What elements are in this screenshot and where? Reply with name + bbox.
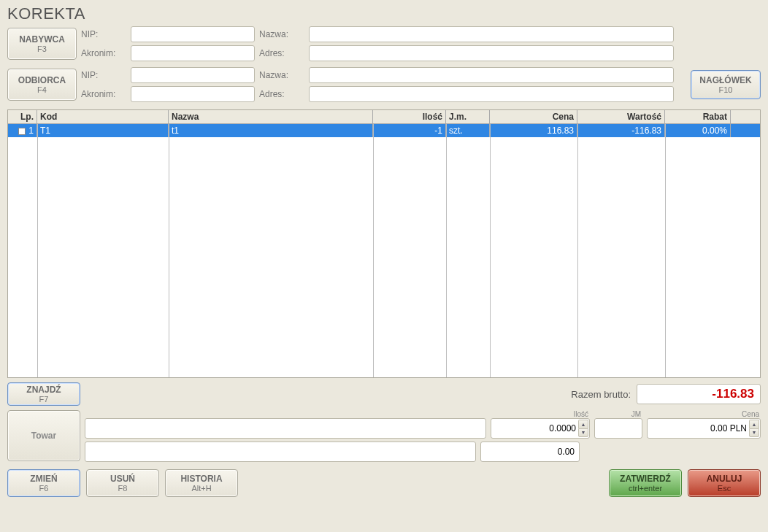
item-cena-input[interactable] <box>648 419 760 438</box>
recipient-button[interactable]: ODBIORCA F4 <box>7 69 77 101</box>
anuluj-sub: Esc <box>718 484 731 493</box>
recipient-button-label: ODBIORCA <box>18 75 66 85</box>
item-jm-input[interactable] <box>594 418 642 439</box>
page-title: KOREKTA <box>0 0 768 25</box>
buyer-nip-input[interactable] <box>131 26 255 42</box>
cell-wartosc: -116.83 <box>577 124 665 137</box>
cell-cena: 116.83 <box>490 124 577 137</box>
total-value: -116.83 <box>637 384 761 404</box>
recipient-nazwa-input[interactable] <box>309 67 674 83</box>
grid-header: Lp. Kod Nazwa Ilość J.m. Cena Wartość Ra… <box>8 110 760 124</box>
item-ilosc-spinner[interactable]: ▲ ▼ <box>491 418 590 439</box>
total-label: Razem brutto: <box>571 389 631 400</box>
buyer-nazwa-label: Nazwa: <box>259 29 304 39</box>
grid-body[interactable]: 1 T1 t1 -1 szt. 116.83 -116.83 0.00% <box>8 124 760 377</box>
anuluj-label: ANULUJ <box>707 474 742 484</box>
item-sum-input[interactable] <box>480 442 580 462</box>
table-row[interactable]: 1 T1 t1 -1 szt. 116.83 -116.83 0.00% <box>8 124 760 137</box>
recipient-nip-input[interactable] <box>131 67 255 83</box>
cell-rabat: 0.00% <box>665 124 731 137</box>
col-jm[interactable]: J.m. <box>446 110 490 123</box>
recipient-adres-input[interactable] <box>309 86 674 102</box>
header-button-sub: F10 <box>719 85 733 94</box>
anuluj-button[interactable]: ANULUJ Esc <box>688 469 761 497</box>
ilosc-label: Ilość <box>491 410 590 418</box>
cell-jm: szt. <box>446 124 490 137</box>
zmien-sub: F6 <box>39 484 49 493</box>
recipient-akronim-input[interactable] <box>131 86 255 102</box>
buyer-akronim-input[interactable] <box>131 45 255 61</box>
buyer-button-label: NABYWCA <box>19 34 65 45</box>
ilosc-up-icon[interactable]: ▲ <box>578 420 588 428</box>
recipient-button-sub: F4 <box>37 85 47 94</box>
recipient-nip-label: NIP: <box>81 70 126 80</box>
col-lp[interactable]: Lp. <box>8 110 37 123</box>
recipient-akronim-label: Akronim: <box>81 89 126 99</box>
header-button-label: NAGŁÓWEK <box>699 75 751 85</box>
usun-button[interactable]: USUŃ F8 <box>86 469 159 497</box>
buyer-button-sub: F3 <box>37 45 47 53</box>
cena-up-icon[interactable]: ▲ <box>749 420 759 428</box>
historia-button[interactable]: HISTORIA Alt+H <box>165 469 238 497</box>
item-cena-spinner[interactable]: ▲ ▼ <box>647 418 761 439</box>
towar-button[interactable]: Towar <box>7 410 80 461</box>
buyer-adres-label: Adres: <box>259 48 304 58</box>
find-button[interactable]: ZNAJDŹ F7 <box>7 382 80 406</box>
cena-down-icon[interactable]: ▼ <box>749 428 759 438</box>
item-kod-input[interactable] <box>85 442 476 462</box>
item-ilosc-input[interactable] <box>491 419 589 438</box>
find-button-label: ZNAJDŹ <box>26 385 61 395</box>
items-grid: Lp. Kod Nazwa Ilość J.m. Cena Wartość Ra… <box>7 109 761 378</box>
buyer-section: NABYWCA F3 NIP: Nazwa: Akronim: Adres: <box>0 25 768 64</box>
buyer-nip-label: NIP: <box>81 29 126 39</box>
header-button[interactable]: NAGŁÓWEK F10 <box>691 70 761 99</box>
buyer-akronim-label: Akronim: <box>81 48 126 58</box>
historia-sub: Alt+H <box>191 484 211 493</box>
ilosc-down-icon[interactable]: ▼ <box>578 428 588 438</box>
usun-label: USUŃ <box>110 474 135 484</box>
col-ilosc[interactable]: Ilość <box>373 110 446 123</box>
col-cena[interactable]: Cena <box>490 110 577 123</box>
towar-button-label: Towar <box>31 431 56 441</box>
item-nazwa-input[interactable] <box>85 418 486 439</box>
zmien-button[interactable]: ZMIEŃ F6 <box>7 469 80 497</box>
jm-label: JM <box>594 410 642 418</box>
recipient-section: ODBIORCA F4 NIP: Nazwa: Akronim: Adres: … <box>0 66 768 105</box>
cena-label: Cena <box>647 410 761 418</box>
usun-sub: F8 <box>118 484 128 493</box>
buyer-nazwa-input[interactable] <box>309 26 674 42</box>
buyer-button[interactable]: NABYWCA F3 <box>7 28 77 60</box>
zatwierdz-sub: ctrl+enter <box>629 484 662 493</box>
cell-nazwa: t1 <box>169 124 373 137</box>
col-rabat[interactable]: Rabat <box>665 110 731 123</box>
recipient-nazwa-label: Nazwa: <box>259 70 304 80</box>
row-checkbox[interactable] <box>18 128 26 135</box>
buyer-adres-input[interactable] <box>309 45 674 61</box>
col-wartosc[interactable]: Wartość <box>577 110 665 123</box>
recipient-adres-label: Adres: <box>259 89 304 99</box>
col-nazwa[interactable]: Nazwa <box>169 110 373 123</box>
col-kod[interactable]: Kod <box>37 110 169 123</box>
cell-ilosc: -1 <box>373 124 446 137</box>
zatwierdz-label: ZATWIERDŹ <box>620 474 671 484</box>
zatwierdz-button[interactable]: ZATWIERDŹ ctrl+enter <box>609 469 682 497</box>
find-button-sub: F7 <box>39 395 49 404</box>
zmien-label: ZMIEŃ <box>30 474 57 484</box>
cell-kod: T1 <box>37 124 169 137</box>
cell-lp: 1 <box>8 124 37 137</box>
historia-label: HISTORIA <box>180 474 222 484</box>
